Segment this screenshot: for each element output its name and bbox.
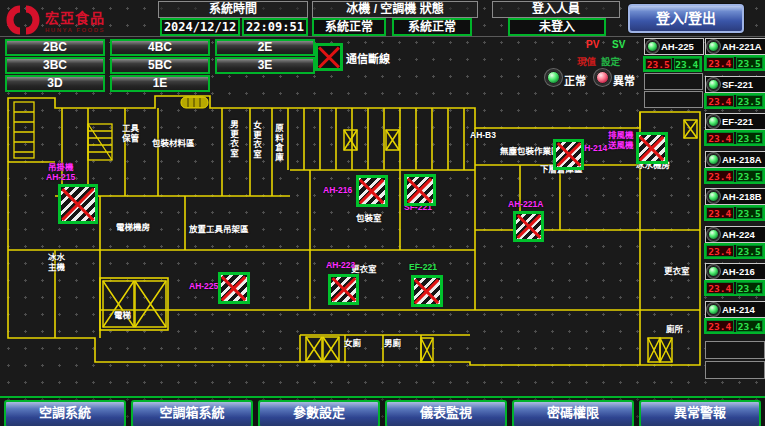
device-label: AH-223: [326, 261, 355, 271]
disconnected-device-icon[interactable]: [553, 139, 584, 170]
device-label: AH-221A: [508, 200, 543, 210]
disconnected-device-icon[interactable]: [513, 211, 544, 242]
device-label: 排風機 送風機: [608, 131, 634, 151]
disconnected-device-icon[interactable]: [636, 132, 668, 164]
scada-screen: 宏亞食品 HUNYA FOODS 系統時間 2024/12/12 22:09:5…: [0, 0, 765, 426]
device-label: AH-216: [323, 186, 352, 196]
room-label: 放置工具吊架區: [189, 225, 249, 235]
disconnected-device-icon[interactable]: [58, 184, 98, 224]
room-label: 無塵包裝作業區: [500, 147, 560, 157]
disconnected-device-icon[interactable]: [404, 174, 436, 206]
room-label: 原料倉庫: [273, 124, 283, 162]
room-label: 男更衣室: [228, 120, 238, 158]
disconnected-device-icon[interactable]: [218, 272, 250, 304]
room-label: 男廁: [384, 339, 401, 349]
room-label: AH-B3: [470, 131, 496, 141]
room-label: 包裝材料區: [152, 139, 195, 149]
room-label: 電梯機房: [116, 223, 150, 233]
disconnected-device-icon[interactable]: [411, 275, 443, 307]
nav-button-alarms[interactable]: 異常警報: [639, 400, 761, 426]
room-label: 冰水 主機: [48, 253, 65, 272]
room-label: 電梯: [114, 311, 131, 321]
disconnected-device-icon[interactable]: [356, 175, 388, 207]
room-label: 女更衣室: [251, 121, 261, 159]
disconnected-device-icon[interactable]: [328, 274, 359, 305]
bottom-nav: 空調系統 空調箱系統 參數設定 儀表監視 密碼權限 異常警報: [0, 396, 765, 426]
room-label: 工具 保管: [122, 124, 139, 143]
room-label: 女廁: [344, 339, 361, 349]
nav-button-instruments[interactable]: 儀表監視: [385, 400, 507, 426]
device-label: EF-221: [409, 263, 437, 273]
nav-button-ac-system[interactable]: 空調系統: [4, 400, 126, 426]
room-label: 更衣室: [664, 267, 690, 277]
nav-button-parameters[interactable]: 參數設定: [258, 400, 380, 426]
room-label: 廁所: [666, 325, 683, 335]
device-label: AH-225: [189, 282, 218, 292]
room-label: 包裝室: [356, 214, 382, 224]
nav-button-ahu-system[interactable]: 空調箱系統: [131, 400, 253, 426]
device-label: 吊掛機 AH-215: [46, 163, 75, 183]
floor-plan: [0, 0, 765, 426]
nav-button-password[interactable]: 密碼權限: [512, 400, 634, 426]
